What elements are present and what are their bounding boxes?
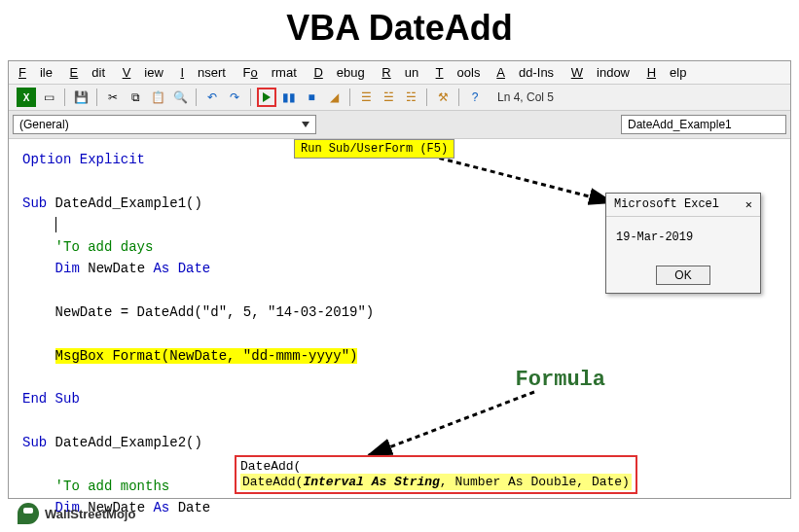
object-dropdown-value: (General) (19, 118, 69, 131)
logo-icon (18, 503, 39, 524)
toolbar: X ▭ 💾 ✂ ⧉ 📋 🔍 ↶ ↷ ▮▮ ■ ◢ ☰ ☱ ☵ ⚒ ? Ln 4,… (9, 85, 790, 111)
close-icon[interactable]: ✕ (745, 197, 752, 212)
tooltip-typed-text: DateAdd( (240, 459, 632, 474)
separator (426, 89, 427, 106)
menu-debug[interactable]: Debug (313, 65, 364, 80)
run-tooltip-callout: Run Sub/UserForm (F5) (294, 139, 454, 159)
separator (458, 89, 459, 106)
menu-run[interactable]: Run (381, 65, 418, 80)
cursor-position: Ln 4, Col 5 (497, 90, 554, 104)
text-cursor (55, 217, 56, 232)
redo-icon[interactable]: ↷ (225, 88, 244, 107)
menu-view[interactable]: View (123, 65, 163, 80)
menu-format[interactable]: Format (243, 65, 297, 80)
project-icon[interactable]: ☰ (356, 88, 376, 107)
find-icon[interactable]: 🔍 (170, 88, 190, 107)
separator (250, 89, 251, 106)
procedure-dropdown-value: DateAdd_Example1 (628, 118, 732, 131)
dropdown-row: (General) DateAdd_Example1 (9, 111, 790, 138)
page-title: VBA DateAdd (0, 0, 799, 60)
code-line: End Sub (22, 388, 777, 409)
help-icon[interactable]: ? (465, 88, 485, 107)
properties-icon[interactable]: ☱ (379, 88, 398, 107)
pause-icon[interactable]: ▮▮ (279, 88, 299, 107)
watermark: WallStreetMojo (18, 503, 135, 524)
browser-icon[interactable]: ☵ (401, 88, 420, 107)
code-editor[interactable]: Run Sub/UserForm (F5) Option Explicit Su… (9, 138, 790, 498)
menu-edit[interactable]: Edit (70, 65, 105, 80)
menu-file[interactable]: File (18, 65, 53, 80)
separator (196, 89, 197, 106)
toolbox-icon[interactable]: ⚒ (433, 88, 453, 107)
watermark-text: WallStreetMojo (45, 507, 135, 521)
menu-help[interactable]: Help (647, 65, 687, 80)
cut-icon[interactable]: ✂ (103, 88, 123, 107)
code-line: DateAdd_Example2() (55, 435, 202, 450)
undo-icon[interactable]: ↶ (202, 88, 222, 107)
run-button[interactable] (257, 88, 276, 107)
menu-window[interactable]: Window (571, 65, 630, 80)
menu-addins[interactable]: Add-Ins (496, 65, 554, 80)
message-box-title: Microsoft Excel (614, 197, 719, 212)
procedure-dropdown[interactable]: DateAdd_Example1 (621, 115, 786, 134)
design-icon[interactable]: ◢ (324, 88, 344, 107)
play-icon (263, 92, 271, 102)
code-line: DateAdd_Example1() (55, 195, 202, 211)
separator (349, 89, 350, 106)
chevron-down-icon (302, 122, 309, 127)
ide-window: File Edit View Insert Format Debug Run T… (8, 60, 791, 499)
message-box-dialog: Microsoft Excel ✕ 19-Mar-2019 OK (605, 193, 761, 294)
ok-button[interactable]: OK (656, 266, 709, 285)
separator (64, 89, 65, 106)
copy-icon[interactable]: ⧉ (126, 88, 145, 107)
tooltip-signature: DateAdd(Interval As String, Number As Do… (240, 474, 632, 490)
menu-bar: File Edit View Insert Format Debug Run T… (9, 61, 790, 85)
separator (96, 89, 97, 106)
formula-annotation: Formula (516, 368, 605, 392)
stop-icon[interactable]: ■ (302, 88, 321, 107)
object-dropdown[interactable]: (General) (13, 115, 316, 134)
code-line: Option Explicit (22, 152, 145, 167)
intellisense-tooltip: DateAdd( DateAdd(Interval As String, Num… (235, 455, 637, 494)
paste-icon[interactable]: 📋 (148, 88, 167, 107)
message-box-body: 19-Mar-2019 (606, 217, 760, 258)
message-box-titlebar: Microsoft Excel ✕ (606, 194, 760, 217)
save-icon[interactable]: 💾 (71, 88, 91, 107)
menu-tools[interactable]: Tools (436, 65, 481, 80)
highlighted-code: MsgBox Format(NewDate, "dd-mmm-yyyy") (55, 348, 358, 364)
menu-insert[interactable]: Insert (180, 65, 226, 80)
excel-icon[interactable]: X (17, 88, 36, 107)
window-icon[interactable]: ▭ (39, 88, 58, 107)
code-line: NewDate = DateAdd("d", 5, "14-03-2019") (22, 301, 777, 323)
